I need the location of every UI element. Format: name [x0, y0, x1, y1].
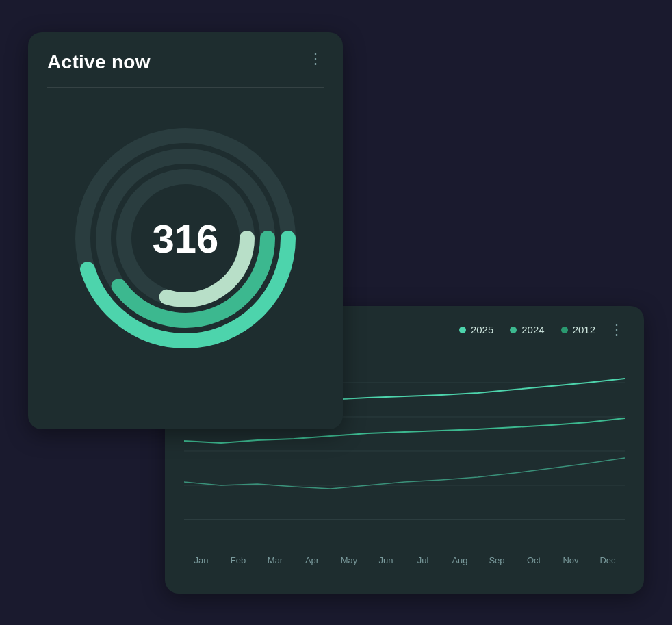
- x-label-jul: Jul: [413, 555, 433, 565]
- legend-label-2025: 2025: [471, 324, 493, 335]
- legend-item-2025: 2025: [459, 324, 493, 335]
- legend-label-2024: 2024: [521, 324, 544, 335]
- legend-dot-2024: [510, 327, 517, 333]
- more-options-icon[interactable]: ⋮: [308, 51, 324, 66]
- legend-label-2012: 2012: [573, 324, 595, 335]
- x-label-oct: Oct: [524, 555, 544, 565]
- chart-more-options-icon[interactable]: ⋮: [609, 322, 625, 337]
- x-label-feb: Feb: [228, 555, 248, 565]
- legend-item-2012: 2012: [561, 324, 595, 335]
- legend-dot-2025: [459, 327, 466, 333]
- active-now-card: Active now ⋮ 316: [28, 32, 343, 429]
- x-axis: Jan Feb Mar Apr May Jun Jul Aug Sep Oct …: [184, 550, 625, 565]
- x-label-jan: Jan: [191, 555, 211, 565]
- legend-item-2024: 2024: [510, 324, 544, 335]
- x-label-sep: Sep: [487, 555, 507, 565]
- x-label-aug: Aug: [450, 555, 470, 565]
- donut-center-value: 316: [153, 215, 219, 261]
- x-label-jun: Jun: [376, 555, 396, 565]
- x-label-dec: Dec: [597, 555, 618, 565]
- donut-container: 316: [47, 108, 324, 368]
- legend-dot-2012: [561, 327, 568, 333]
- card-header: Active now ⋮: [47, 51, 324, 73]
- x-label-may: May: [339, 555, 359, 565]
- scene: Active now ⋮ 316: [28, 32, 644, 594]
- x-label-apr: Apr: [302, 555, 322, 565]
- x-label-nov: Nov: [560, 555, 581, 565]
- x-label-mar: Mar: [265, 555, 285, 565]
- divider: [47, 87, 324, 88]
- active-now-title: Active now: [47, 51, 151, 73]
